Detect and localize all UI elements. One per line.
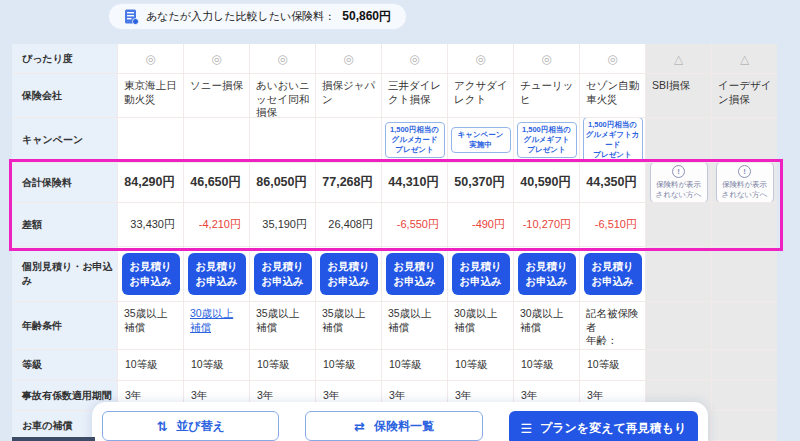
- premium-note-label: 保険料が表示 されない方へ: [653, 180, 705, 200]
- quote-apply-button[interactable]: お見積り お申込み: [452, 253, 510, 295]
- grade-value: 10等級: [579, 350, 645, 381]
- cell-accident: [711, 381, 777, 411]
- premium-note-label: 保険料が表示 されない方へ: [719, 180, 771, 200]
- cell-apply: お見積り お申込み: [381, 247, 447, 302]
- cell-fit: △: [711, 44, 777, 74]
- cell-campaign: 1,500円相当の グルメギフトカード プレゼント: [579, 118, 645, 163]
- row-label-campaign: キャンペーン: [12, 118, 117, 163]
- requote-button[interactable]: ☰ プランを変えて再見積もり: [509, 411, 698, 441]
- cell-campaign: [645, 118, 711, 163]
- cell-campaign: [315, 118, 381, 163]
- menu-icon: ☰: [520, 422, 532, 435]
- grade-value: 10等級: [315, 350, 381, 381]
- cell-fit: ◎: [447, 44, 513, 74]
- fit-rating: ◎: [475, 52, 485, 66]
- cell-campaign: [183, 118, 249, 163]
- table-row-age: 年齢条件35歳以上 補償30歳以上 補償35歳以上 補償35歳以上 補償35歳以…: [12, 302, 777, 350]
- sort-button[interactable]: ⇅ 並び替え: [102, 411, 279, 441]
- cell-apply: お見積り お申込み: [579, 247, 645, 302]
- quote-apply-button[interactable]: お見積り お申込み: [386, 253, 444, 295]
- campaign-badge: キャンペーン 実施中: [451, 127, 511, 153]
- fit-rating: ◎: [211, 52, 221, 66]
- premium-note-button[interactable]: !保険料が表示 されない方へ: [650, 163, 708, 203]
- cell-grade: [645, 350, 711, 381]
- cell-apply: [711, 247, 777, 302]
- age-condition-value: 30歳以上 補償: [513, 302, 579, 350]
- grade-value: 10等級: [447, 350, 513, 381]
- cell-campaign: キャンペーン 実施中: [447, 118, 513, 163]
- banner-label: あなたが入力した比較したい保険料：: [146, 9, 335, 24]
- cell-apply: お見積り お申込み: [315, 247, 381, 302]
- row-label-age: 年齢条件: [12, 302, 117, 350]
- company-name: 損保ジャパン: [315, 74, 381, 118]
- quote-apply-button[interactable]: お見積り お申込み: [122, 253, 180, 295]
- grade-value: 10等級: [381, 350, 447, 381]
- cell-grade: [711, 350, 777, 381]
- age-condition-value: 35歳以上 補償: [381, 302, 447, 350]
- grade-value: 10等級: [117, 350, 183, 381]
- comparison-table: ぴったり度◎◎◎◎◎◎◎◎△△保険会社東京海上日動火災ソニー損保あいおいニッセイ…: [12, 44, 777, 441]
- document-icon: [124, 9, 139, 25]
- cell-campaign: 1,500円相当の グルメカード プレゼント: [381, 118, 447, 163]
- campaign-badge: 1,500円相当の グルメカード プレゼント: [385, 122, 445, 158]
- premium-difference-value: -4,210円: [183, 203, 249, 247]
- premium-difference-value: 35,190円: [249, 203, 315, 247]
- cell-fit: ◎: [513, 44, 579, 74]
- bottom-action-bar: ⇅ 並び替え ⇄ 保険料一覧 ☰ プランを変えて再見積もり: [92, 402, 708, 441]
- row-label-company: 保険会社: [12, 74, 117, 118]
- fit-rating: ◎: [541, 52, 551, 66]
- company-name: ソニー損保: [183, 74, 249, 118]
- company-name: セゾン自動車火災: [579, 74, 645, 118]
- quote-apply-button[interactable]: お見積り お申込み: [188, 253, 246, 295]
- age-condition-value: 35歳以上 補償: [117, 302, 183, 350]
- cell-apply: お見積り お申込み: [447, 247, 513, 302]
- next-section-edge: [12, 437, 95, 441]
- campaign-badge: 1,500円相当の グルメギフトカード プレゼント: [583, 118, 643, 163]
- fit-rating: ◎: [277, 52, 287, 66]
- cell-apply: お見積り お申込み: [183, 247, 249, 302]
- premium-note-button[interactable]: !保険料が表示 されない方へ: [716, 163, 774, 203]
- cell-fit: ◎: [381, 44, 447, 74]
- grade-value: 10等級: [183, 350, 249, 381]
- quote-apply-button[interactable]: お見積り お申込み: [254, 253, 312, 295]
- quote-apply-button[interactable]: お見積り お申込み: [584, 253, 642, 295]
- premium-difference-value: 33,430円: [117, 203, 183, 247]
- alert-icon: !: [738, 165, 751, 178]
- total-premium-value: 50,370円: [447, 163, 513, 203]
- age-condition-value: 30歳以上 補償: [447, 302, 513, 350]
- cell-fit: ◎: [579, 44, 645, 74]
- premium-list-button-label: 保険料一覧: [374, 418, 434, 435]
- cell-apply: お見積り お申込み: [513, 247, 579, 302]
- premium-difference-value: -10,270円: [513, 203, 579, 247]
- fit-rating: △: [674, 52, 683, 66]
- cell-fit: ◎: [183, 44, 249, 74]
- cell-fit: ◎: [117, 44, 183, 74]
- total-premium-value: 46,650円: [183, 163, 249, 203]
- campaign-badge: 1,500円相当の グルメギフト プレゼント: [517, 122, 577, 158]
- company-name: SBI損保: [645, 74, 711, 118]
- company-name: 三井ダイレクト損保: [381, 74, 447, 118]
- banner-premium-value: 50,860円: [342, 8, 391, 25]
- premium-difference-value: -6,510円: [579, 203, 645, 247]
- company-name: あいおいニッセイ同和損保: [249, 74, 315, 118]
- cell-fit: △: [645, 44, 711, 74]
- cell-fit: ◎: [315, 44, 381, 74]
- grade-value: 10等級: [513, 350, 579, 381]
- requote-button-label: プランを変えて再見積もり: [540, 420, 686, 437]
- table-row-diff: 差額33,430円-4,210円35,190円26,408円-6,550円-49…: [12, 203, 777, 247]
- cell-fit: ◎: [249, 44, 315, 74]
- sort-icon: ⇅: [156, 420, 167, 433]
- premium-list-button[interactable]: ⇄ 保険料一覧: [305, 411, 482, 441]
- total-premium-value: 84,290円: [117, 163, 183, 203]
- alert-icon: !: [672, 165, 685, 178]
- cell-age: [711, 302, 777, 350]
- age-condition-link[interactable]: 30歳以上 補償: [190, 307, 245, 334]
- quote-apply-button[interactable]: お見積り お申込み: [320, 253, 378, 295]
- cell-campaign: 1,500円相当の グルメギフト プレゼント: [513, 118, 579, 163]
- quote-apply-button[interactable]: お見積り お申込み: [518, 253, 576, 295]
- fit-rating: ◎: [409, 52, 419, 66]
- cell-car_coverage: [711, 411, 777, 441]
- premium-difference-value: -6,550円: [381, 203, 447, 247]
- company-name: 東京海上日動火災: [117, 74, 183, 118]
- cell-total: !保険料が表示 されない方へ: [711, 163, 777, 203]
